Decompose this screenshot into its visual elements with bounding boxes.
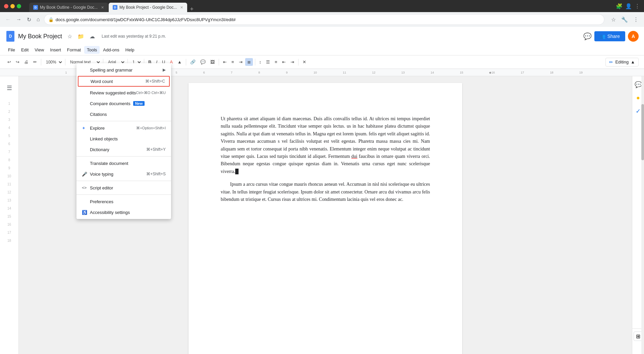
menu-bar: File Edit View Insert Format Tools Add-o… <box>0 44 644 55</box>
dropdown-script[interactable]: <> Script editor <box>76 182 171 193</box>
clear-format-button[interactable]: ✕ <box>301 58 308 66</box>
redo-button[interactable]: ↪ <box>14 58 21 66</box>
close-button[interactable] <box>4 4 8 8</box>
dropdown-linked[interactable]: Linked objects <box>76 133 171 144</box>
comment-button[interactable]: 💬 <box>198 58 208 66</box>
address-bar-row: ← → ↻ ⌂ 🔒 docs.google.com/document/d/1jw… <box>0 12 644 27</box>
dropdown-accessibility[interactable]: ♿ Accessibility settings <box>76 207 171 218</box>
menu-help[interactable]: Help <box>123 46 137 54</box>
menu-edit[interactable]: Edit <box>18 46 31 54</box>
maximize-button[interactable] <box>17 4 21 8</box>
undo-button[interactable]: ↩ <box>5 58 13 66</box>
explore-shortcut: ⌘+Option+Shift+I <box>136 126 166 130</box>
doc-title[interactable]: My Book Project <box>18 33 62 40</box>
dictionary-shortcut: ⌘+Shift+Y <box>146 147 166 152</box>
dropdown-preferences[interactable]: Preferences <box>76 196 171 207</box>
tab1-close[interactable]: ✕ <box>101 5 104 10</box>
separator3 <box>76 181 171 181</box>
address-bar[interactable]: 🔒 docs.google.com/document/d/1jwDCFxlxW4… <box>44 14 604 25</box>
outline-icon[interactable]: ☰ <box>4 82 15 94</box>
menu-view[interactable]: View <box>32 46 47 54</box>
tab-book-project[interactable]: D My Book Project - Google Doc... ✕ <box>109 3 187 12</box>
minimize-button[interactable] <box>10 4 15 8</box>
dropdown-wordcount[interactable]: Word count ⌘+Shift+C <box>78 76 170 87</box>
align-right-button[interactable]: ⇥ <box>237 58 245 66</box>
menu-format[interactable]: Format <box>64 46 84 54</box>
gdocs-logo: D <box>5 30 15 43</box>
align-center-button[interactable]: ≡ <box>229 58 236 66</box>
linked-label: Linked objects <box>90 136 118 141</box>
divider8 <box>255 59 255 65</box>
editing-mode-button[interactable]: ✏ Editing ▲ <box>605 58 639 67</box>
wordcount-shortcut: ⌘+Shift+C <box>145 79 165 84</box>
share-label: Share <box>607 34 620 39</box>
menu-tools[interactable]: Tools <box>84 46 100 54</box>
dropdown-review[interactable]: Review suggested edits Ctrl+⌘O Ctrl+⌘U <box>76 87 171 98</box>
share-icon: 👥 <box>600 34 605 39</box>
highlight-button[interactable]: ▲ <box>175 58 184 66</box>
gdocs-title-row: D My Book Project ☆ 📁 ☁ Last edit was ye… <box>0 27 644 44</box>
notifications-icon[interactable]: ● <box>634 92 642 103</box>
zoom-select[interactable]: 100% <box>43 59 63 65</box>
compare-label: Compare documents <box>90 101 130 106</box>
decrease-indent-button[interactable]: ⇤ <box>280 58 288 66</box>
tab2-close[interactable]: ✕ <box>180 5 183 10</box>
gdocs-header: D My Book Project ☆ 📁 ☁ Last edit was ye… <box>0 27 644 69</box>
browser-right-icons: ☆ 🔧 ⋮ <box>610 15 640 24</box>
align-justify-button[interactable]: ≣ <box>245 58 253 66</box>
divider6 <box>186 59 186 65</box>
extensions-button[interactable]: 🔧 <box>620 15 629 24</box>
header-right: 💬 👥 Share A <box>583 31 639 42</box>
forward-button[interactable]: → <box>15 15 23 24</box>
bookmark-button[interactable]: ☆ <box>610 15 617 24</box>
compare-new-badge: New <box>133 101 145 106</box>
browser-menu-button[interactable]: ⋮ <box>632 15 640 24</box>
share-button[interactable]: 👥 Share <box>594 31 625 41</box>
home-button[interactable]: ⌂ <box>35 15 41 24</box>
document-page: Ut pharetra sit amet aliquam id diam mae… <box>189 83 462 354</box>
move-button[interactable]: 📁 <box>76 32 86 41</box>
paragraph-2: Ipsum a arcu cursus vitae congue mauris … <box>221 181 430 203</box>
extensions-icon[interactable]: 🧩 <box>616 3 623 9</box>
dropdown-dictionary[interactable]: Dictionary ⌘+Shift+Y <box>76 144 171 155</box>
profile-icon[interactable]: 👤 <box>625 3 632 9</box>
link-button[interactable]: 🔗 <box>188 58 198 66</box>
dropdown-voice[interactable]: 🎤 Voice typing ⌘+Shift+S <box>76 169 171 179</box>
dictionary-label: Dictionary <box>90 147 109 152</box>
menu-file[interactable]: File <box>5 46 18 54</box>
comments-button[interactable]: 💬 <box>583 32 592 40</box>
tab-book-outline[interactable]: D My Book Outline - Google Doc... ✕ <box>29 3 108 12</box>
align-left-button[interactable]: ⇤ <box>221 58 229 66</box>
editing-label: Editing <box>615 59 629 64</box>
dropdown-translate[interactable]: Translate document <box>76 158 171 169</box>
print-button[interactable]: 🖨 <box>22 58 31 66</box>
citations-label: Citations <box>90 112 107 117</box>
address-text: docs.google.com/document/d/1jwDCFxlxW4G-… <box>56 17 600 22</box>
star-button[interactable]: ☆ <box>66 32 73 41</box>
increase-indent-button[interactable]: ⇥ <box>288 58 296 66</box>
paint-format-button[interactable]: ✏ <box>31 58 39 66</box>
image-button[interactable]: 🖼 <box>208 58 217 66</box>
line-spacing-button[interactable]: ↕ <box>257 58 264 66</box>
refresh-button[interactable]: ↻ <box>25 15 33 24</box>
accessibility-label: Accessibility settings <box>90 210 130 215</box>
chevron-up-icon: ▲ <box>631 59 635 64</box>
new-tab-button[interactable]: + <box>190 6 194 12</box>
tools-dropdown: Spelling and grammar ▶ Word count ⌘+Shif… <box>76 63 171 219</box>
numbered-list-button[interactable]: ☰ <box>264 58 272 66</box>
dropdown-citations[interactable]: Citations <box>76 109 171 120</box>
separator4 <box>76 194 171 195</box>
menu-insert[interactable]: Insert <box>47 46 64 54</box>
menu-addons[interactable]: Add-ons <box>100 46 122 54</box>
spelling-arrow: ▶ <box>163 68 166 72</box>
dropdown-explore[interactable]: ✦ Explore ⌘+Option+Shift+I <box>76 123 171 133</box>
dropdown-spelling[interactable]: Spelling and grammar ▶ <box>76 64 171 75</box>
dropdown-compare[interactable]: Compare documents New <box>76 98 171 109</box>
more-icon[interactable]: ⋮ <box>635 3 640 9</box>
pencil-icon: ✏ <box>609 59 613 65</box>
bulleted-list-button[interactable]: ≡ <box>273 58 279 66</box>
accessibility-icon: ♿ <box>82 210 89 215</box>
cloud-button[interactable]: ☁ <box>88 32 96 41</box>
back-button[interactable]: ← <box>4 15 12 24</box>
wordcount-label: Word count <box>91 79 113 84</box>
